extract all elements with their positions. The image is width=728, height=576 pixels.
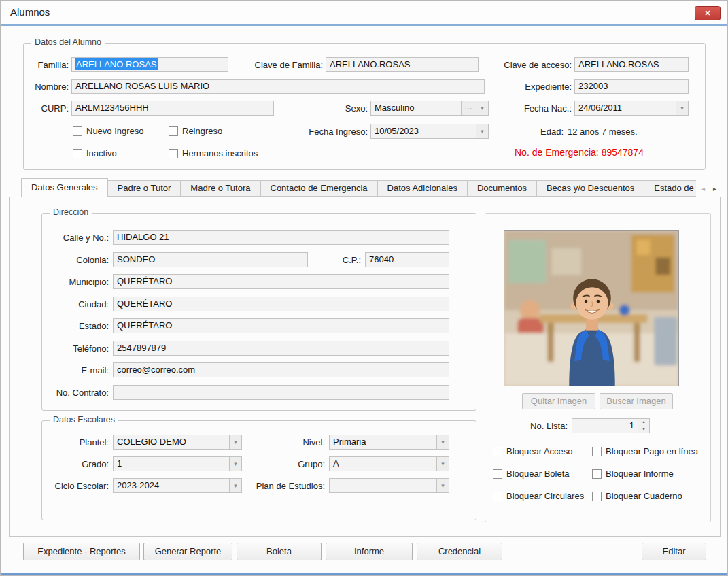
tab-contacto-de-emergencia[interactable]: Contacto de Emergencia bbox=[260, 180, 378, 197]
tab-scroll-left-icon[interactable]: ◂ bbox=[698, 183, 708, 195]
plantel-combobox[interactable]: COLEGIO DEMO ▾ bbox=[113, 435, 242, 450]
checkbox-reingreso[interactable]: Reingreso bbox=[169, 126, 222, 137]
expediente-reportes-button[interactable]: Expediente - Reportes bbox=[23, 543, 140, 560]
grupo-combobox[interactable]: A ▾ bbox=[329, 456, 449, 471]
nombre-label: Nombre: bbox=[14, 80, 69, 95]
tab-estado-de-cuenta[interactable]: Estado de C bbox=[644, 180, 696, 197]
sexo-value: Masculino bbox=[375, 103, 415, 113]
spin-up-icon[interactable]: ▴ bbox=[638, 419, 649, 426]
telefono-input[interactable]: 2547897879 bbox=[113, 341, 449, 356]
grupo-value: A bbox=[333, 458, 339, 469]
checkbox-bloquear-circulares[interactable]: Bloquear Circulares bbox=[493, 491, 584, 502]
checkbox-label: Bloquear Cuaderno bbox=[606, 491, 682, 502]
close-icon: ✕ bbox=[704, 9, 710, 17]
estado-label: Estado: bbox=[27, 319, 109, 334]
clave-acceso-input[interactable]: ARELLANO.ROSAS bbox=[574, 57, 689, 72]
sexo-label: Sexo: bbox=[313, 101, 368, 116]
checkbox-label: Bloquear Boleta bbox=[506, 469, 570, 479]
ciclo-dropdown-icon[interactable]: ▾ bbox=[229, 479, 241, 492]
checkbox-bloquear-pago-en-linea[interactable]: Bloquear Pago en línea bbox=[592, 446, 698, 457]
checkbox-label: Bloquear Circulares bbox=[506, 491, 584, 502]
telefono-label: Teléfono: bbox=[27, 341, 109, 356]
clave-familia-input[interactable]: ARELLANO.ROSAS bbox=[326, 57, 479, 72]
fecha-ingreso-datepicker[interactable]: 10/05/2023 ▾ bbox=[370, 124, 489, 139]
grado-dropdown-icon[interactable]: ▾ bbox=[229, 457, 241, 471]
tab-scroll-right-icon[interactable]: ▸ bbox=[710, 183, 720, 195]
checkbox-bloquear-informe[interactable]: Bloquear Informe bbox=[592, 469, 674, 479]
plan-estudios-combobox[interactable]: ▾ bbox=[329, 478, 449, 493]
calle-input[interactable]: HIDALGO 21 bbox=[113, 230, 449, 245]
municipio-input[interactable]: QUERÉTARO bbox=[113, 274, 449, 289]
familia-input[interactable]: ARELLANO ROSAS bbox=[71, 57, 228, 72]
contrato-input[interactable] bbox=[113, 385, 449, 400]
cp-input[interactable]: 76040 bbox=[365, 252, 449, 267]
checkbox-box bbox=[73, 149, 82, 158]
sexo-combobox[interactable]: Masculino … ▾ bbox=[370, 101, 489, 116]
ciclo-escolar-combobox[interactable]: 2023-2024 ▾ bbox=[113, 478, 242, 493]
expediente-label: Expediente: bbox=[490, 80, 572, 95]
ciudad-input[interactable]: QUERÉTARO bbox=[113, 297, 449, 311]
tab-padre-o-tutor[interactable]: Padre o Tutor bbox=[107, 180, 181, 197]
spin-down-icon[interactable]: ▾ bbox=[638, 426, 649, 433]
direccion-legend: Dirección bbox=[50, 207, 92, 217]
tab-madre-o-tutora[interactable]: Madre o Tutora bbox=[180, 180, 260, 197]
checkbox-bloquear-acceso[interactable]: Bloquear Acceso bbox=[493, 446, 573, 457]
checkbox-box bbox=[493, 492, 502, 501]
tab-documentos[interactable]: Documentos bbox=[467, 180, 537, 197]
checkbox-box bbox=[592, 447, 602, 456]
checkbox-bloquear-boleta[interactable]: Bloquear Boleta bbox=[493, 469, 570, 479]
boleta-button[interactable]: Boleta bbox=[237, 543, 322, 560]
checkbox-box bbox=[493, 469, 502, 479]
curp-input[interactable]: ARLM123456HHH bbox=[71, 101, 274, 116]
estado-input[interactable]: QUERÉTARO bbox=[113, 318, 449, 333]
expediente-input[interactable]: 232003 bbox=[574, 79, 689, 94]
datos-alumno-legend: Datos del Alumno bbox=[31, 37, 105, 47]
checkbox-nuevo-ingreso[interactable]: Nuevo Ingreso bbox=[73, 126, 144, 137]
alumnos-window: Alumnos ✕ Datos del Alumno Familia: AREL… bbox=[0, 0, 728, 576]
no-lista-spinner[interactable]: 1 ▴ ▾ bbox=[572, 418, 650, 433]
grado-value: 1 bbox=[117, 458, 122, 469]
fecha-nac-datepicker[interactable]: 24/06/2011 ▾ bbox=[574, 101, 689, 116]
editar-button[interactable]: Editar bbox=[642, 543, 706, 560]
checkbox-box bbox=[592, 469, 602, 479]
plantel-dropdown-icon[interactable]: ▾ bbox=[229, 435, 241, 449]
emergencia-value: 89547874 bbox=[602, 147, 644, 158]
checkbox-box bbox=[493, 447, 502, 456]
email-input[interactable]: correo@correo.com bbox=[113, 362, 449, 377]
checkbox-inactivo[interactable]: Inactivo bbox=[73, 148, 117, 159]
buscar-imagen-button[interactable]: Buscar Imagen bbox=[600, 393, 673, 409]
grupo-label: Grupo: bbox=[243, 457, 325, 472]
fecha-nac-label: Fecha Nac.: bbox=[490, 101, 572, 116]
tab-datos-generales[interactable]: Datos Generales bbox=[21, 178, 108, 197]
informe-button[interactable]: Informe bbox=[326, 543, 413, 560]
quitar-imagen-button[interactable]: Quitar Imagen bbox=[522, 393, 595, 409]
plan-dropdown-icon[interactable]: ▾ bbox=[436, 479, 449, 492]
tab-becas-descuentos[interactable]: Becas y/o Descuentos bbox=[536, 180, 644, 197]
nivel-value: Primaria bbox=[333, 437, 366, 447]
sexo-ellipsis-button[interactable]: … bbox=[461, 101, 476, 115]
tab-datos-adicionales[interactable]: Datos Adicionales bbox=[377, 180, 468, 197]
sexo-dropdown-icon[interactable]: ▾ bbox=[476, 101, 488, 115]
grado-label: Grado: bbox=[27, 457, 109, 472]
no-lista-label: No. Lista: bbox=[486, 419, 568, 434]
grado-combobox[interactable]: 1 ▾ bbox=[113, 456, 242, 471]
fecha-nac-dropdown-icon[interactable]: ▾ bbox=[676, 101, 688, 115]
checkbox-bloquear-cuaderno[interactable]: Bloquear Cuaderno bbox=[592, 491, 682, 502]
close-button[interactable]: ✕ bbox=[695, 6, 721, 20]
generar-reporte-button[interactable]: Generar Reporte bbox=[143, 543, 232, 560]
nivel-combobox[interactable]: Primaria ▾ bbox=[329, 435, 449, 450]
student-photo bbox=[504, 230, 679, 386]
municipio-label: Municipio: bbox=[27, 275, 109, 290]
cp-label: C.P.: bbox=[320, 253, 361, 268]
nivel-label: Nivel: bbox=[243, 435, 325, 450]
nombre-input[interactable]: ARELLANO ROSAS LUIS MARIO bbox=[71, 79, 485, 94]
grupo-dropdown-icon[interactable]: ▾ bbox=[436, 457, 449, 471]
credencial-button[interactable]: Credencial bbox=[417, 543, 502, 560]
checkbox-label: Bloquear Pago en línea bbox=[606, 446, 698, 457]
no-lista-value: 1 bbox=[629, 420, 634, 430]
fecha-nac-value: 24/06/2011 bbox=[578, 103, 622, 113]
colonia-input[interactable]: SONDEO bbox=[113, 252, 308, 267]
checkbox-hermanos-inscritos[interactable]: Hermanos inscritos bbox=[169, 148, 258, 159]
email-label: E-mail: bbox=[27, 363, 109, 378]
nivel-dropdown-icon[interactable]: ▾ bbox=[436, 435, 449, 449]
